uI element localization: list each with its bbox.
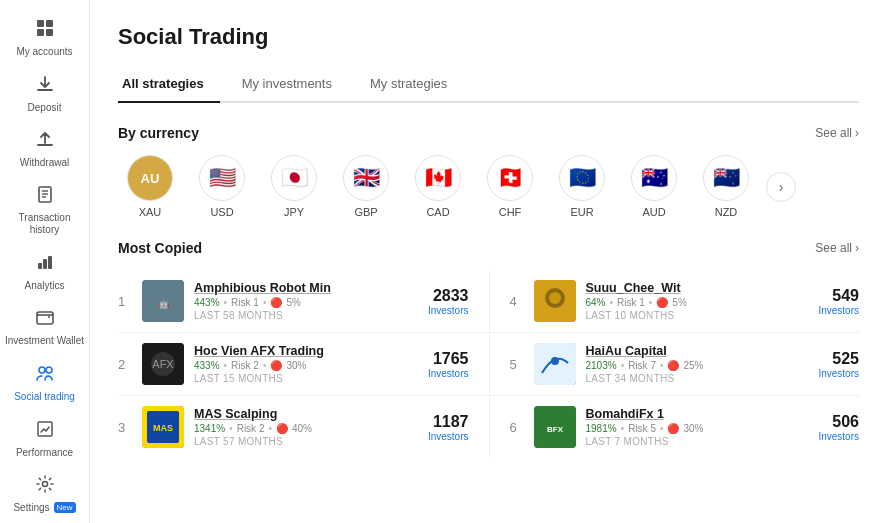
strategy-drawdown-1: 5%	[286, 297, 300, 308]
page-title: Social Trading	[118, 24, 859, 50]
sidebar-item-deposit[interactable]: Deposit	[0, 66, 89, 121]
sidebar-label-performance: Performance	[16, 447, 73, 458]
currency-xau[interactable]: AU XAU	[118, 155, 182, 218]
strategy-item-3[interactable]: 3 MAS MAS Scalping 1341% • Risk 2 • 🔴 40…	[118, 396, 489, 458]
currency-next-button[interactable]: ›	[766, 172, 796, 202]
tab-my-strategies[interactable]: My strategies	[366, 68, 463, 103]
aud-flag: 🇦🇺	[631, 155, 677, 201]
most-copied-header: Most Copied See all ›	[118, 240, 859, 256]
strategy-item-2[interactable]: 2 AFX Hoc Vien AFX Trading 433% • Risk 2…	[118, 333, 489, 396]
strategy-gain-6: 1981%	[586, 423, 617, 434]
sidebar-item-transaction-history[interactable]: Transaction history	[0, 176, 89, 244]
currency-nzd[interactable]: 🇳🇿 NZD	[694, 155, 758, 218]
svg-point-13	[46, 367, 52, 373]
svg-text:AFX: AFX	[152, 358, 174, 370]
settings-icon	[35, 474, 55, 499]
investor-count-2: 1765	[409, 350, 469, 368]
strategy-name-4: Suuu_Chee_Wit	[586, 281, 790, 295]
investor-count-3: 1187	[409, 413, 469, 431]
investor-label-4: Investors	[799, 305, 859, 316]
most-copied-title: Most Copied	[118, 240, 202, 256]
strategy-info-3: MAS Scalping 1341% • Risk 2 • 🔴 40% LAST…	[194, 407, 399, 447]
strategy-avatar-3: MAS	[142, 406, 184, 448]
chf-flag: 🇨🇭	[487, 155, 533, 201]
sidebar-label-settings: Settings	[13, 502, 49, 513]
currency-label-xau: XAU	[139, 206, 162, 218]
currency-jpy[interactable]: 🇯🇵 JPY	[262, 155, 326, 218]
main-content: Social Trading All strategies My investm…	[90, 0, 887, 523]
svg-rect-3	[46, 29, 53, 36]
sidebar-item-my-accounts[interactable]: My accounts	[0, 10, 89, 66]
strategy-risk-3: Risk 2	[237, 423, 265, 434]
social-trading-icon	[35, 363, 55, 388]
sidebar-label-my-accounts: My accounts	[16, 46, 72, 58]
strategy-item-6[interactable]: 6 BFX BomahdiFx 1 1981% • Risk 5 • 🔴 30%…	[489, 396, 860, 458]
tab-my-investments[interactable]: My investments	[238, 68, 348, 103]
currency-cad[interactable]: 🇨🇦 CAD	[406, 155, 470, 218]
currency-gbp[interactable]: 🇬🇧 GBP	[334, 155, 398, 218]
investor-count-5: 525	[799, 350, 859, 368]
most-copied-see-all[interactable]: See all ›	[815, 241, 859, 255]
sidebar-item-withdrawal[interactable]: Withdrawal	[0, 121, 89, 176]
strategy-name-3: MAS Scalping	[194, 407, 399, 421]
sidebar-item-analytics[interactable]: Analytics	[0, 244, 89, 299]
sidebar-item-performance[interactable]: Performance	[0, 411, 89, 466]
strategy-info-2: Hoc Vien AFX Trading 433% • Risk 2 • 🔴 3…	[194, 344, 399, 384]
svg-rect-8	[38, 263, 42, 269]
currency-chf[interactable]: 🇨🇭 CHF	[478, 155, 542, 218]
withdrawal-icon	[35, 129, 55, 154]
transaction-history-icon	[35, 184, 55, 209]
investor-label-5: Investors	[799, 368, 859, 379]
strategy-info-4: Suuu_Chee_Wit 64% • Risk 1 • 🔴 5% LAST 1…	[586, 281, 790, 321]
strategy-item-1[interactable]: 1 🤖 Amphibious Robot Min 443% • Risk 1 •…	[118, 270, 489, 333]
strategy-stats-4: 64% • Risk 1 • 🔴 5%	[586, 297, 790, 308]
currency-label-cad: CAD	[426, 206, 449, 218]
tab-bar: All strategies My investments My strateg…	[118, 68, 859, 103]
strategy-stats-2: 433% • Risk 2 • 🔴 30%	[194, 360, 399, 371]
sidebar-item-social-trading[interactable]: Social trading	[0, 355, 89, 411]
strategy-investors-3: 1187 Investors	[409, 413, 469, 442]
svg-rect-2	[37, 29, 44, 36]
investor-label-1: Investors	[409, 305, 469, 316]
strategy-risk-4: Risk 1	[617, 297, 645, 308]
sidebar: My accounts Deposit Withdrawal Transacti…	[0, 0, 90, 523]
strategy-info-6: BomahdiFx 1 1981% • Risk 5 • 🔴 30% LAST …	[586, 407, 790, 447]
sidebar-label-analytics: Analytics	[24, 280, 64, 291]
strategy-item-5[interactable]: 5 HaiAu Capital 2103% • Risk 7 • 🔴 25% L…	[489, 333, 860, 396]
svg-rect-1	[46, 20, 53, 27]
by-currency-title: By currency	[118, 125, 199, 141]
eur-flag: 🇪🇺	[559, 155, 605, 201]
strategy-avatar-1: 🤖	[142, 280, 184, 322]
tab-all-strategies[interactable]: All strategies	[118, 68, 220, 103]
strategy-drawdown-4: 5%	[672, 297, 686, 308]
sidebar-item-investment-wallet[interactable]: Investment Wallet	[0, 299, 89, 355]
strategy-age-3: LAST 57 MONTHS	[194, 436, 399, 447]
svg-text:MAS: MAS	[153, 423, 173, 433]
strategies-grid: 1 🤖 Amphibious Robot Min 443% • Risk 1 •…	[118, 270, 859, 458]
strategy-avatar-5	[534, 343, 576, 385]
svg-point-20	[549, 292, 561, 304]
sidebar-item-settings[interactable]: Settings New	[0, 466, 89, 521]
strategy-rank-2: 2	[118, 357, 132, 372]
jpy-flag: 🇯🇵	[271, 155, 317, 201]
currency-eur[interactable]: 🇪🇺 EUR	[550, 155, 614, 218]
currency-usd[interactable]: 🇺🇸 USD	[190, 155, 254, 218]
settings-new-badge: New	[54, 502, 76, 513]
investment-wallet-icon	[35, 307, 55, 332]
strategy-item-4[interactable]: 4 Suuu_Chee_Wit 64% • Risk 1 • 🔴 5% LAST…	[489, 270, 860, 333]
currency-label-jpy: JPY	[284, 206, 304, 218]
strategy-drawdown-3: 40%	[292, 423, 312, 434]
my-accounts-icon	[35, 18, 55, 43]
strategy-risk-2: Risk 2	[231, 360, 259, 371]
currency-aud[interactable]: 🇦🇺 AUD	[622, 155, 686, 218]
svg-rect-10	[48, 256, 52, 269]
strategy-age-5: LAST 34 MONTHS	[586, 373, 790, 384]
strategy-gain-3: 1341%	[194, 423, 225, 434]
strategy-investors-1: 2833 Investors	[409, 287, 469, 316]
strategy-name-1: Amphibious Robot Min	[194, 281, 399, 295]
by-currency-see-all[interactable]: See all ›	[815, 126, 859, 140]
strategy-rank-4: 4	[510, 294, 524, 309]
svg-rect-11	[37, 312, 53, 324]
strategy-drawdown-6: 30%	[683, 423, 703, 434]
strategy-risk-1: Risk 1	[231, 297, 259, 308]
